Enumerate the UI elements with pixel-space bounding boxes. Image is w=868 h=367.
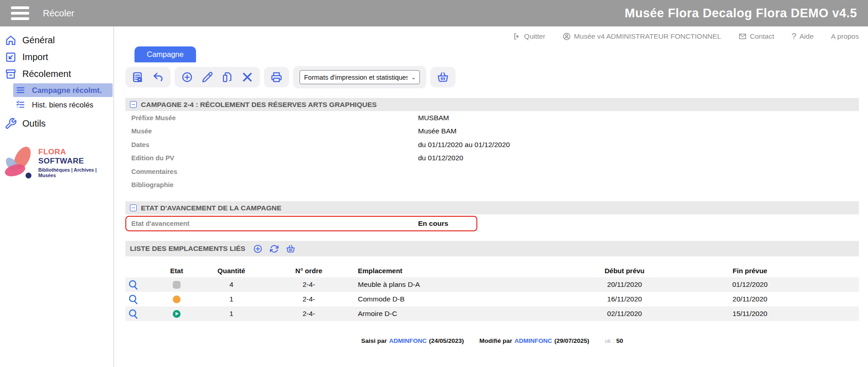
status-icon <box>173 296 181 303</box>
logo-name-flora: FLORA <box>38 148 66 156</box>
uk-value: 50 <box>616 337 623 344</box>
back-button[interactable] <box>152 71 164 83</box>
home-icon <box>5 34 17 46</box>
edit-button[interactable] <box>201 71 213 83</box>
logo-name-software: SOFTWARE <box>38 157 84 165</box>
window-title: Musée Flora Decalog Flora DEMO v4.5 <box>625 6 857 20</box>
print-format-select[interactable]: Formats d'impression et statistiques PV.… <box>300 70 420 84</box>
progress-section-header: ETAT D'AVANCEMENT DE LA CAMPAGNE <box>125 201 859 214</box>
basket-pill <box>430 67 455 87</box>
flora-logo-petals-icon <box>5 146 33 179</box>
status-icon <box>173 310 181 318</box>
delete-button[interactable] <box>241 71 253 83</box>
flora-software-logo: FLORA SOFTWARE Bibliothèques | Archives … <box>5 146 111 179</box>
app-title: Récoler <box>43 8 74 19</box>
result-list-button[interactable] <box>132 71 144 83</box>
list-lines-icon <box>16 85 26 95</box>
col-ordre: N° ordre <box>260 267 358 275</box>
col-debut: Début prévu <box>574 267 675 275</box>
main-content: Quitter Musée v4 ADMINISTRATEUR FONCTION… <box>114 26 868 367</box>
view-record-button[interactable] <box>128 308 139 320</box>
toolbar-group-print <box>264 67 289 87</box>
sidebar-item-outils[interactable]: Outils <box>0 115 114 132</box>
logout-icon <box>513 32 521 41</box>
collapse-minus-icon[interactable] <box>130 204 137 211</box>
sidebar-item-label: Général <box>22 35 55 46</box>
view-record-button[interactable] <box>128 279 139 291</box>
progress-state-highlight: Etat d'avancement En cours <box>125 216 477 231</box>
field-row-bibliographie: Bibliographie <box>125 178 859 192</box>
tab-campagne[interactable]: Campagne <box>134 46 196 62</box>
sidebar-item-import[interactable]: Import <box>0 49 114 66</box>
locations-table-header: Etat Quantité N° ordre Emplacement Début… <box>125 264 859 277</box>
toolbar-group-navigation <box>125 67 170 87</box>
quitter-link[interactable]: Quitter <box>513 32 546 41</box>
sidebar-item-recolement[interactable]: Récolement <box>0 66 114 82</box>
user-account-link[interactable]: Musée v4 ADMINISTRATEUR FONCTIONNEL <box>563 32 721 41</box>
col-etat: Etat <box>150 267 203 275</box>
sidebar-item-campagne-recolmt[interactable]: Campagne récolmt. <box>13 83 113 97</box>
logo-tagline: Bibliothèques | Archives | Musées <box>38 167 111 178</box>
toolbar: Formats d'impression et statistiques PV.… <box>125 66 859 88</box>
basket-location-button[interactable] <box>286 244 295 254</box>
help-icon: ? <box>791 31 796 41</box>
field-row-dates: Dates du 01/11/2020 au 01/12/2020 <box>125 138 859 152</box>
sidebar-item-label: Campagne récolmt. <box>32 86 102 95</box>
progress-section-title: ETAT D'AVANCEMENT DE LA CAMPAGNE <box>141 204 281 212</box>
checklist-icon <box>16 100 26 110</box>
progress-value: En cours <box>418 219 476 228</box>
wrench-icon <box>5 117 17 130</box>
import-icon <box>5 51 17 63</box>
field-row-commentaires: Commentaires <box>125 165 859 178</box>
locations-section-header: LISTE DES EMPLACEMENTS LIÉS <box>125 241 859 256</box>
view-record-button[interactable] <box>128 294 139 305</box>
uk-label: uk : <box>605 338 614 344</box>
sidebar-item-label: Récolement <box>22 69 71 79</box>
table-row: 1 2-4- Commode D-B 16/11/2020 20/11/2020 <box>125 292 859 306</box>
campaign-section-header: CAMPAGNE 2-4 : RÉCOLEMENT DES RÉSERVES A… <box>125 98 859 111</box>
add-button[interactable] <box>181 71 193 83</box>
sidebar-item-label: Import <box>22 52 48 62</box>
user-icon <box>563 32 571 41</box>
add-location-button[interactable] <box>253 244 263 254</box>
table-row: 4 2-4- Meuble à plans D-A 20/11/2020 01/… <box>125 277 859 292</box>
print-format-pill: Formats d'impression et statistiques PV.… <box>293 66 426 88</box>
field-row-prefixe-musee: Préfixe Musée MUSBAM <box>125 111 859 125</box>
hamburger-menu-icon[interactable] <box>11 6 29 20</box>
archive-box-icon <box>5 68 17 80</box>
col-emplacement: Emplacement <box>358 267 574 275</box>
locations-section-title: LISTE DES EMPLACEMENTS LIÉS <box>130 245 245 253</box>
top-bar: Récoler Musée Flora Decalog Flora DEMO v… <box>0 0 868 26</box>
sidebar-item-general[interactable]: Général <box>0 32 114 49</box>
field-row-musee: Musée Musée BAM <box>125 125 859 138</box>
col-fin: Fin prévue <box>675 267 825 275</box>
campaign-fields: Préfixe Musée MUSBAM Musée Musée BAM Dat… <box>125 111 859 192</box>
basket-button[interactable] <box>437 71 449 83</box>
col-quantite: Quantité <box>203 267 260 275</box>
sidebar-item-label: Hist. biens récolés <box>32 101 93 109</box>
sidebar-item-hist-biens-recoles[interactable]: Hist. biens récolés <box>13 98 113 112</box>
sidebar: Général Import Récolement Campagne récol… <box>0 26 114 367</box>
progress-label: Etat d'avancement <box>131 220 418 227</box>
record-audit-footer: Saisi par ADMINFONC (24/05/2023) Modifié… <box>125 337 859 344</box>
copy-button[interactable] <box>221 71 233 83</box>
collapse-minus-icon[interactable] <box>130 101 137 108</box>
saisi-user-link[interactable]: ADMINFONC <box>389 337 427 344</box>
sidebar-item-label: Outils <box>22 118 46 129</box>
contact-link[interactable]: Contact <box>739 32 774 41</box>
a-propos-link[interactable]: A propos <box>831 32 859 41</box>
header-links-row: Quitter Musée v4 ADMINISTRATEUR FONCTION… <box>125 26 859 46</box>
aide-link[interactable]: ? Aide <box>791 31 814 41</box>
print-button[interactable] <box>270 71 283 83</box>
field-row-edition-pv: Edition du PV du 01/12/2020 <box>125 152 859 165</box>
envelope-icon <box>739 32 747 41</box>
campaign-section-title: CAMPAGNE 2-4 : RÉCOLEMENT DES RÉSERVES A… <box>141 101 377 109</box>
table-row: 1 2-4- Armoire D-C 02/11/2020 15/11/2020 <box>125 306 859 321</box>
status-icon <box>173 281 181 289</box>
toolbar-group-edit <box>175 67 260 87</box>
refresh-button[interactable] <box>269 244 279 254</box>
modifie-user-link[interactable]: ADMINFONC <box>515 337 553 344</box>
